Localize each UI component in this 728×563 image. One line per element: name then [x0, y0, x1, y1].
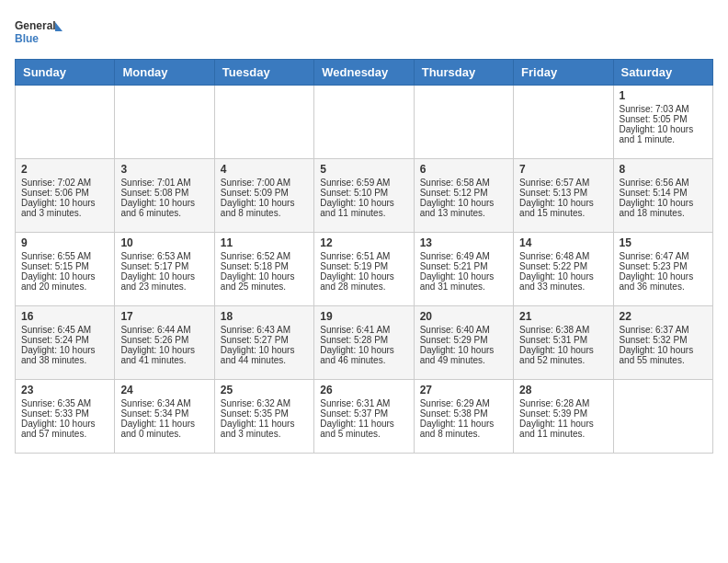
day-number: 1	[620, 89, 707, 102]
day-info: Sunset: 5:22 PM	[519, 261, 607, 271]
day-info: Sunset: 5:24 PM	[21, 335, 108, 345]
day-info: Sunrise: 6:55 AM	[21, 251, 108, 261]
day-number: 7	[519, 163, 607, 176]
day-info: Sunset: 5:31 PM	[519, 335, 607, 345]
day-info: Daylight: 10 hours and 15 minutes.	[519, 198, 607, 218]
calendar-cell: 15Sunrise: 6:47 AMSunset: 5:23 PMDayligh…	[613, 233, 712, 306]
calendar-cell: 4Sunrise: 7:00 AMSunset: 5:09 PMDaylight…	[214, 159, 313, 233]
day-info: Sunrise: 7:03 AM	[620, 104, 707, 114]
calendar-cell: 19Sunrise: 6:41 AMSunset: 5:28 PMDayligh…	[314, 306, 414, 380]
day-info: Sunset: 5:27 PM	[221, 335, 308, 345]
day-info: Sunset: 5:09 PM	[221, 188, 308, 198]
day-number: 19	[320, 310, 407, 323]
day-info: Sunrise: 6:51 AM	[320, 251, 407, 261]
day-number: 16	[21, 310, 108, 323]
calendar-cell: 6Sunrise: 6:58 AMSunset: 5:12 PMDaylight…	[414, 159, 513, 233]
day-info: Daylight: 11 hours and 8 minutes.	[420, 419, 507, 439]
calendar-cell: 23Sunrise: 6:35 AMSunset: 5:33 PMDayligh…	[16, 380, 115, 454]
day-info: Sunset: 5:05 PM	[620, 114, 707, 124]
day-info: Sunrise: 6:34 AM	[120, 398, 208, 408]
day-info: Daylight: 10 hours and 1 minute.	[620, 124, 707, 144]
weekday-header-saturday: Saturday	[613, 60, 712, 86]
day-info: Sunrise: 6:48 AM	[519, 251, 607, 261]
calendar-cell: 27Sunrise: 6:29 AMSunset: 5:38 PMDayligh…	[414, 380, 513, 454]
day-info: Sunrise: 6:59 AM	[320, 178, 407, 188]
day-info: Daylight: 10 hours and 13 minutes.	[420, 198, 507, 218]
day-info: Sunrise: 6:40 AM	[420, 325, 507, 335]
day-info: Sunrise: 6:53 AM	[120, 251, 208, 261]
day-number: 15	[620, 236, 707, 249]
day-info: Sunset: 5:39 PM	[519, 408, 607, 419]
day-number: 10	[120, 236, 208, 249]
day-info: Daylight: 10 hours and 20 minutes.	[21, 271, 108, 292]
day-info: Sunrise: 7:00 AM	[221, 178, 308, 188]
logo-svg: General Blue	[15, 15, 63, 48]
day-number: 11	[221, 236, 308, 249]
day-info: Daylight: 10 hours and 55 minutes.	[620, 345, 707, 365]
week-row-3: 9Sunrise: 6:55 AMSunset: 5:15 PMDaylight…	[16, 233, 713, 306]
day-info: Daylight: 10 hours and 11 minutes.	[320, 198, 407, 218]
day-number: 28	[519, 384, 607, 396]
day-number: 26	[320, 384, 407, 396]
day-number: 13	[420, 236, 507, 249]
day-info: Sunset: 5:35 PM	[221, 408, 308, 419]
day-info: Sunrise: 6:45 AM	[21, 325, 108, 335]
day-info: Sunrise: 6:32 AM	[221, 398, 308, 408]
weekday-header-sunday: Sunday	[16, 60, 115, 86]
calendar-cell	[414, 86, 513, 159]
day-info: Daylight: 10 hours and 3 minutes.	[21, 198, 108, 218]
calendar-cell: 25Sunrise: 6:32 AMSunset: 5:35 PMDayligh…	[214, 380, 313, 454]
day-info: Sunrise: 6:44 AM	[120, 325, 208, 335]
calendar-cell: 2Sunrise: 7:02 AMSunset: 5:06 PMDaylight…	[16, 159, 115, 233]
day-info: Daylight: 10 hours and 38 minutes.	[21, 345, 108, 365]
calendar-cell	[314, 86, 414, 159]
day-info: Sunset: 5:17 PM	[120, 261, 208, 271]
day-info: Sunrise: 6:52 AM	[221, 251, 308, 261]
week-row-5: 23Sunrise: 6:35 AMSunset: 5:33 PMDayligh…	[16, 380, 713, 454]
calendar-cell	[115, 86, 214, 159]
day-number: 8	[620, 163, 707, 176]
weekday-header-friday: Friday	[514, 60, 613, 86]
day-info: Sunset: 5:14 PM	[620, 188, 707, 198]
calendar-cell: 8Sunrise: 6:56 AMSunset: 5:14 PMDaylight…	[613, 159, 712, 233]
calendar-cell	[16, 86, 115, 159]
day-info: Sunset: 5:37 PM	[320, 408, 407, 419]
day-number: 2	[21, 163, 108, 176]
day-info: Daylight: 10 hours and 8 minutes.	[221, 198, 308, 218]
day-info: Sunset: 5:13 PM	[519, 188, 607, 198]
day-info: Sunset: 5:38 PM	[420, 408, 507, 419]
svg-marker-2	[55, 22, 63, 31]
day-info: Daylight: 10 hours and 23 minutes.	[120, 271, 208, 292]
day-info: Sunset: 5:29 PM	[420, 335, 507, 345]
calendar-cell	[514, 86, 613, 159]
day-number: 20	[420, 310, 507, 323]
weekday-header-thursday: Thursday	[414, 60, 513, 86]
day-info: Daylight: 10 hours and 36 minutes.	[620, 271, 707, 292]
day-number: 12	[320, 236, 407, 249]
day-info: Sunrise: 6:29 AM	[420, 398, 507, 408]
weekday-header-wednesday: Wednesday	[314, 60, 414, 86]
day-info: Sunrise: 6:49 AM	[420, 251, 507, 261]
day-info: Sunset: 5:28 PM	[320, 335, 407, 345]
calendar-cell: 16Sunrise: 6:45 AMSunset: 5:24 PMDayligh…	[16, 306, 115, 380]
calendar-cell: 12Sunrise: 6:51 AMSunset: 5:19 PMDayligh…	[314, 233, 414, 306]
calendar-cell: 24Sunrise: 6:34 AMSunset: 5:34 PMDayligh…	[115, 380, 214, 454]
day-info: Sunrise: 6:41 AM	[320, 325, 407, 335]
day-info: Daylight: 10 hours and 28 minutes.	[320, 271, 407, 292]
weekday-header-row: SundayMondayTuesdayWednesdayThursdayFrid…	[16, 60, 713, 86]
day-info: Daylight: 10 hours and 6 minutes.	[120, 198, 208, 218]
day-number: 5	[320, 163, 407, 176]
day-info: Daylight: 10 hours and 31 minutes.	[420, 271, 507, 292]
calendar-cell: 13Sunrise: 6:49 AMSunset: 5:21 PMDayligh…	[414, 233, 513, 306]
calendar-cell: 22Sunrise: 6:37 AMSunset: 5:32 PMDayligh…	[613, 306, 712, 380]
calendar-cell: 21Sunrise: 6:38 AMSunset: 5:31 PMDayligh…	[514, 306, 613, 380]
calendar-cell: 5Sunrise: 6:59 AMSunset: 5:10 PMDaylight…	[314, 159, 414, 233]
weekday-header-tuesday: Tuesday	[214, 60, 313, 86]
day-info: Sunrise: 6:58 AM	[420, 178, 507, 188]
day-info: Sunrise: 7:02 AM	[21, 178, 108, 188]
day-info: Sunset: 5:26 PM	[120, 335, 208, 345]
day-info: Daylight: 11 hours and 0 minutes.	[120, 419, 208, 439]
day-number: 23	[21, 384, 108, 396]
day-info: Daylight: 11 hours and 11 minutes.	[519, 419, 607, 439]
day-info: Sunrise: 6:56 AM	[620, 178, 707, 188]
